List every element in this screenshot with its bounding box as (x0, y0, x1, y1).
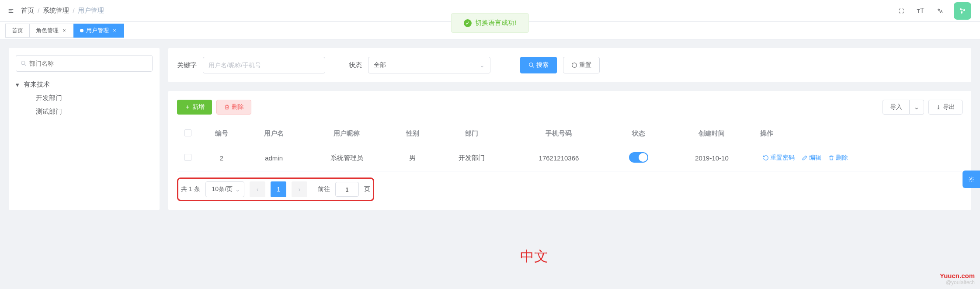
toast-text: 切换语言成功! (475, 19, 516, 27)
tab-label: 首页 (12, 27, 23, 35)
refresh-icon (571, 62, 577, 68)
page-number-button[interactable]: 1 (271, 181, 286, 197)
dept-search[interactable] (16, 55, 153, 72)
cell-dept: 开发部门 (435, 145, 508, 171)
edit-link[interactable]: 编辑 (802, 154, 821, 162)
svg-point-5 (970, 178, 972, 180)
watermark: Yuucn.com @youlaitech (940, 272, 975, 286)
download-icon: ⤓ (936, 104, 941, 111)
search-button[interactable]: 搜索 (520, 57, 557, 73)
active-dot-icon (80, 29, 83, 32)
add-button[interactable]: ＋新增 (177, 100, 212, 115)
cell-time: 2019-10-10 (668, 145, 756, 171)
font-size-icon[interactable]: тT (915, 6, 926, 16)
tree-node-test[interactable]: 测试部门 (16, 105, 153, 118)
tab-home[interactable]: 首页 (5, 24, 30, 38)
select-value: 全部 (374, 61, 386, 69)
col-dept: 部门 (435, 122, 508, 145)
delete-button[interactable]: 删除 (216, 100, 251, 115)
next-page-button[interactable]: › (292, 181, 307, 197)
chevron-down-icon: ⌄ (914, 104, 919, 111)
language-icon[interactable] (935, 6, 945, 16)
link-label: 删除 (836, 154, 848, 162)
select-all-checkbox[interactable] (184, 129, 191, 136)
status-label: 状态 (349, 61, 362, 70)
tab-label: 用户管理 (86, 27, 109, 35)
status-switch[interactable] (629, 152, 648, 163)
col-user: 用户名 (244, 122, 303, 145)
btn-label: 导入 (890, 103, 902, 111)
chevron-down-icon: ⌄ (235, 186, 240, 193)
svg-point-3 (21, 61, 25, 65)
row-checkbox[interactable] (184, 154, 191, 161)
import-button[interactable]: 导入 (883, 100, 910, 115)
prev-page-button[interactable]: ‹ (250, 181, 265, 197)
goto-label: 前往 (318, 185, 330, 193)
breadcrumb: 首页 / 系统管理 / 用户管理 (21, 7, 104, 15)
toolbar: ＋新增 删除 导入 ⌄ ⤓ 导出 (177, 100, 963, 115)
link-label: 重置密码 (770, 154, 795, 162)
edit-icon (802, 155, 808, 161)
tree-label: 有来技术 (24, 80, 50, 89)
header-right: тT (896, 2, 971, 20)
filter-panel: 关键字 状态 全部 ⌄ 搜索 重置 (168, 48, 971, 82)
body: ▾有来技术 开发部门 测试部门 关键字 状态 全部 ⌄ 搜索 (0, 39, 980, 219)
select-value: 10条/页 (212, 185, 233, 193)
tree-node-dev[interactable]: 开发部门 (16, 91, 153, 105)
keyword-input[interactable] (203, 57, 325, 73)
page-total: 共 1 条 (181, 185, 200, 193)
btn-label: 重置 (579, 61, 591, 69)
pagination: 共 1 条 10条/页 ⌄ ‹ 1 › 前往 页 (177, 178, 374, 201)
check-icon: ✓ (464, 19, 472, 27)
col-time: 创建时间 (668, 122, 756, 145)
status-select[interactable]: 全部 ⌄ (368, 57, 490, 73)
dept-sidebar: ▾有来技术 开发部门 测试部门 (9, 48, 160, 210)
reset-password-link[interactable]: 重置密码 (763, 154, 795, 162)
close-icon[interactable]: × (61, 28, 67, 34)
tree-label: 开发部门 (36, 94, 62, 102)
tab-role[interactable]: 角色管理× (29, 24, 74, 38)
breadcrumb-current: 用户管理 (78, 7, 104, 15)
tab-user[interactable]: 用户管理× (73, 24, 124, 38)
delete-link[interactable]: 删除 (828, 154, 848, 162)
trash-icon (828, 155, 834, 161)
close-icon[interactable]: × (111, 28, 118, 34)
avatar[interactable] (954, 2, 971, 20)
btn-label: 删除 (232, 103, 244, 111)
watermark-brand: Yuucn.com (940, 272, 975, 279)
menu-toggle-icon[interactable] (4, 4, 17, 17)
cell-nick: 系统管理员 (303, 145, 390, 171)
reset-button[interactable]: 重置 (563, 57, 600, 73)
trash-icon (224, 104, 230, 110)
breadcrumb-sep: / (73, 7, 74, 14)
breadcrumb-sys[interactable]: 系统管理 (43, 7, 69, 15)
chevron-down-icon: ⌄ (480, 62, 485, 69)
tab-label: 角色管理 (36, 27, 59, 35)
page-unit: 页 (364, 185, 370, 193)
import-button-group: 导入 ⌄ (883, 100, 924, 115)
export-button[interactable]: ⤓ 导出 (928, 100, 963, 115)
fullscreen-icon[interactable] (896, 6, 907, 16)
search-icon (528, 62, 535, 68)
table-panel: ＋新增 删除 导入 ⌄ ⤓ 导出 (168, 91, 971, 210)
toast: ✓ 切换语言成功! (451, 13, 529, 33)
dept-search-input[interactable] (29, 60, 148, 67)
cell-id: 2 (199, 145, 244, 171)
breadcrumb-sep: / (38, 7, 39, 14)
import-dropdown[interactable]: ⌄ (910, 100, 924, 115)
cell-user: admin (244, 145, 303, 171)
btn-label: 新增 (192, 103, 205, 111)
table-header-row: 编号 用户名 用户昵称 性别 部门 手机号码 状态 创建时间 操作 (177, 122, 963, 145)
caret-down-icon: ▾ (16, 81, 22, 89)
btn-label: 搜索 (536, 61, 549, 69)
col-sex: 性别 (390, 122, 435, 145)
settings-floating-button[interactable] (963, 171, 980, 188)
tree-label: 测试部门 (36, 108, 62, 116)
page-size-select[interactable]: 10条/页 ⌄ (205, 181, 244, 197)
goto-input[interactable] (335, 182, 359, 197)
col-status: 状态 (610, 122, 668, 145)
tree-node-root[interactable]: ▾有来技术 (16, 78, 153, 91)
breadcrumb-home[interactable]: 首页 (21, 7, 34, 15)
cell-sex: 男 (390, 145, 435, 171)
gear-icon (968, 176, 974, 182)
